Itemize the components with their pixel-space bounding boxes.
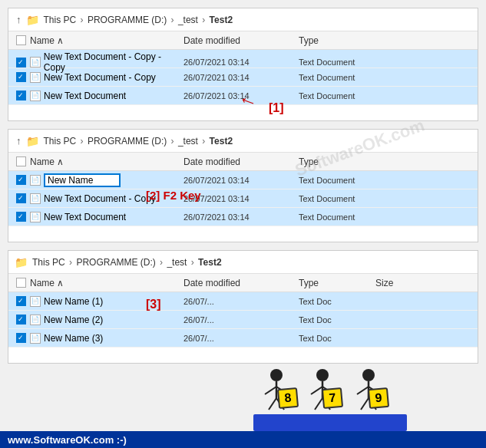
header-size-3[interactable]: Size xyxy=(375,278,422,288)
breadcrumb-3: This PC › PROGRAMME (D:) › _test › Test2 xyxy=(32,257,222,268)
table-row[interactable]: 📄 New Text Document - Copy 26/07/2021 03… xyxy=(8,68,478,87)
breadcrumb-2: This PC › PROGRAMME (D:) › _test › Test2 xyxy=(44,136,233,147)
header-name-3[interactable]: Name ∧ xyxy=(30,278,183,288)
svg-point-6 xyxy=(316,369,329,381)
table-row[interactable]: 📄 New Name (1) 26/07/... Text Doc xyxy=(8,292,478,311)
svg-line-4 xyxy=(269,398,276,410)
header-type-1[interactable]: Type xyxy=(299,35,375,46)
header-date-1[interactable]: Date modified xyxy=(183,35,299,46)
file-name: New Name (1) xyxy=(44,296,103,307)
file-name: New Name (3) xyxy=(44,333,103,344)
file-icon: 📄 xyxy=(30,333,41,344)
table-row[interactable]: 📄 26/07/2021 03:14 Text Document xyxy=(8,171,478,189)
folder-icon-1: 📁 xyxy=(26,14,39,26)
header-name-1[interactable]: Name ∧ xyxy=(30,35,183,46)
file-name: New Text Document - Copy xyxy=(44,193,156,204)
file-header-1: Name ∧ Date modified Type xyxy=(8,31,478,50)
file-icon: 📄 xyxy=(30,315,41,325)
header-checkbox-3[interactable] xyxy=(12,278,30,288)
rename-input[interactable] xyxy=(44,173,121,187)
file-icon: 📄 xyxy=(30,72,41,83)
website-text: www.SoftwareOK.com :-) xyxy=(8,434,127,446)
panel2: ↑ 📁 This PC › PROGRAMME (D:) › _test › T… xyxy=(8,129,478,242)
header-type-3[interactable]: Type xyxy=(299,278,375,288)
svg-line-2 xyxy=(265,387,276,394)
file-name: New Text Document xyxy=(44,91,126,101)
nav-up-icon-1[interactable]: ↑ xyxy=(15,14,23,25)
step-label-1: [1] xyxy=(269,101,284,115)
svg-line-14 xyxy=(357,387,369,394)
header-checkbox-1[interactable] xyxy=(12,35,30,45)
table-row[interactable]: 📄 New Name (3) 26/07/... Text Doc xyxy=(8,329,478,348)
address-bar-1: ↑ 📁 This PC › PROGRAMME (D:) › _test › T… xyxy=(8,8,478,31)
file-name: New Text Document - Copy xyxy=(44,72,156,83)
badge-8: 8 xyxy=(277,387,299,409)
header-date-3[interactable]: Date modified xyxy=(183,278,299,288)
panel3: 📁 This PC › PROGRAMME (D:) › _test › Tes… xyxy=(8,250,478,364)
address-bar-2: ↑ 📁 This PC › PROGRAMME (D:) › _test › T… xyxy=(8,130,478,153)
badge-9: 9 xyxy=(368,387,389,409)
step-label-3: [3] xyxy=(146,298,161,311)
file-icon: 📄 xyxy=(30,212,41,222)
header-checkbox-2[interactable] xyxy=(12,156,30,166)
file-header-2: Name ∧ Date modified Type xyxy=(8,153,478,171)
header-date-2[interactable]: Date modified xyxy=(183,156,299,167)
file-icon: 📄 xyxy=(30,175,41,186)
table-row[interactable]: 📄 New Name (2) 26/07/... Text Doc xyxy=(8,311,478,329)
desk-decoration xyxy=(253,414,407,431)
address-bar-3: 📁 This PC › PROGRAMME (D:) › _test › Tes… xyxy=(8,251,478,274)
folder-icon-2: 📁 xyxy=(26,135,39,147)
nav-up-icon-2[interactable]: ↑ xyxy=(15,135,23,147)
file-header-3: Name ∧ Date modified Type Size xyxy=(8,274,478,292)
svg-line-8 xyxy=(311,387,322,394)
bottom-bar: www.SoftwareOK.com :-) xyxy=(0,431,486,448)
folder-icon-3: 📁 xyxy=(15,256,28,268)
file-icon: 📄 xyxy=(30,296,41,307)
table-row[interactable]: 📄 New Text Document 26/07/2021 03:14 Tex… xyxy=(8,208,478,226)
svg-line-10 xyxy=(315,398,322,410)
file-name: New Name (2) xyxy=(44,315,103,325)
file-name: New Text Document xyxy=(44,212,126,222)
breadcrumb-1: This PC › PROGRAMME (D:) › _test › Test2 xyxy=(44,15,233,25)
file-icon: 📄 xyxy=(30,193,41,204)
header-type-2[interactable]: Type xyxy=(299,156,375,167)
svg-point-0 xyxy=(270,369,283,381)
file-icon: 📄 xyxy=(30,91,41,101)
file-icon: 📄 xyxy=(30,57,41,68)
badge-7: 7 xyxy=(322,387,343,409)
svg-point-12 xyxy=(362,369,375,381)
svg-line-16 xyxy=(361,398,369,410)
file-name: New Text Document - Copy - Copy xyxy=(44,51,183,73)
f2-key-label: [2] F2 Key xyxy=(146,189,201,202)
table-row[interactable]: 📄 New Text Document - Copy - Copy 26/07/… xyxy=(8,50,478,68)
header-name-2[interactable]: Name ∧ xyxy=(30,156,183,167)
table-row[interactable]: 📄 New Text Document - Copy 26/07/2021 03… xyxy=(8,189,478,208)
